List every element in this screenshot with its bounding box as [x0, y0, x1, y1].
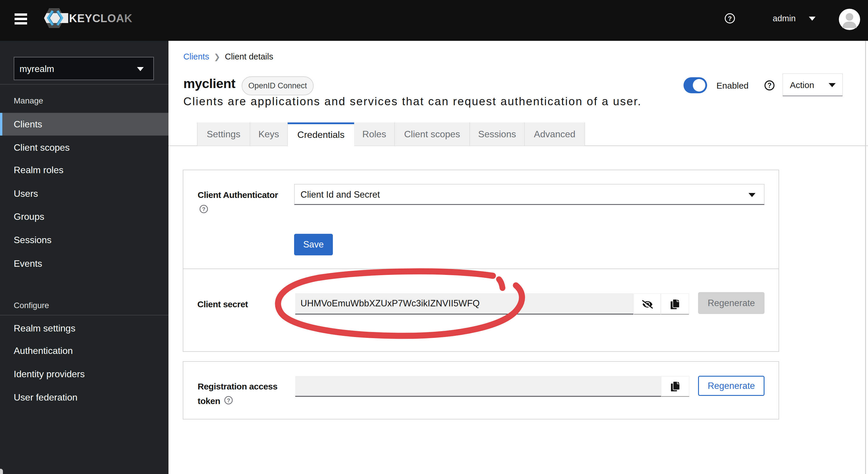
svg-text:?: ? — [227, 397, 230, 404]
svg-text:?: ? — [728, 15, 732, 22]
svg-text:KEYCLOAK: KEYCLOAK — [69, 12, 132, 25]
svg-text:?: ? — [202, 206, 206, 212]
svg-text:?: ? — [768, 82, 772, 89]
